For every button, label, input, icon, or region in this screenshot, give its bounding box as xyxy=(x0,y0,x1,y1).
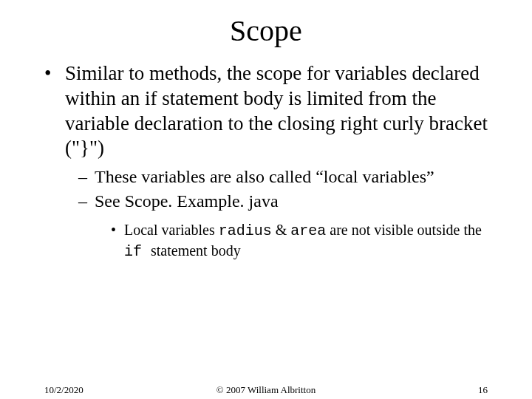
bullet-list-level1: Similar to methods, the scope for variab… xyxy=(44,61,491,262)
l3-amp: & xyxy=(272,222,291,238)
code-radius: radius xyxy=(219,222,272,239)
l3-pre: Local variables xyxy=(124,222,219,238)
slide-content: Similar to methods, the scope for variab… xyxy=(0,61,532,262)
code-if: if xyxy=(124,243,151,260)
bullet-list-level3: Local variables radius & area are not vi… xyxy=(95,220,491,262)
bullet-list-level2: These variables are also called “local v… xyxy=(65,166,491,262)
bullet-l1: Similar to methods, the scope for variab… xyxy=(44,61,491,262)
bullet-l2-see-example: See Scope. Example. java Local variables… xyxy=(78,190,491,262)
bullet-l1-text: Similar to methods, the scope for variab… xyxy=(65,62,488,159)
slide: Scope Similar to methods, the scope for … xyxy=(0,13,532,399)
bullet-l2-local-vars: These variables are also called “local v… xyxy=(78,166,491,188)
code-area: area xyxy=(290,222,326,239)
l3-post: statement body xyxy=(151,242,241,259)
bullet-l3: Local variables radius & area are not vi… xyxy=(111,220,491,262)
slide-title: Scope xyxy=(0,13,532,48)
slide-footer: 10/2/2020 © 2007 William Albritton 16 xyxy=(0,384,532,396)
footer-copyright: © 2007 William Albritton xyxy=(0,384,532,396)
bullet-l2b-text: See Scope. Example. java xyxy=(95,191,279,211)
l3-mid: are not visible outside the xyxy=(326,222,482,238)
